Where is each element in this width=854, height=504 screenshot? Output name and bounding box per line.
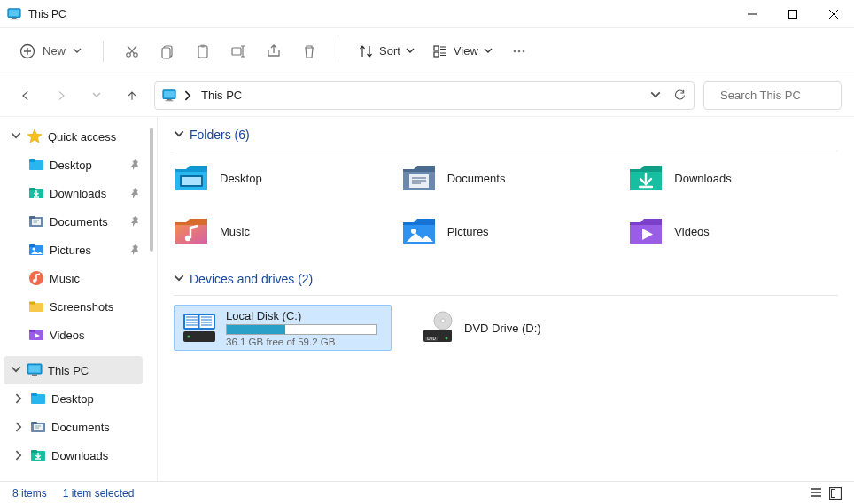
sidebar-this-pc[interactable]: This PC: [4, 356, 143, 384]
documents-icon: [30, 419, 46, 435]
chevron-down-icon[interactable]: [11, 131, 21, 142]
sidebar: Quick access Desktop Downloads Documents…: [0, 117, 158, 481]
folder-label: Pictures: [447, 225, 489, 238]
drive-dvd-d[interactable]: DVD Drive (D:): [413, 305, 631, 351]
sidebar-item-label: Music: [50, 272, 141, 285]
delete-button[interactable]: [293, 35, 325, 67]
status-bar: 8 items 1 item selected: [0, 481, 854, 504]
sidebar-pc-documents[interactable]: Documents: [0, 413, 146, 441]
search-input[interactable]: [720, 89, 854, 102]
status-item-count: 8 items: [12, 487, 47, 500]
sidebar-item-label: Downloads: [51, 449, 141, 462]
pin-icon: [128, 187, 141, 199]
back-button[interactable]: [12, 82, 39, 109]
rename-button[interactable]: [222, 35, 254, 67]
pin-icon: [128, 159, 141, 171]
forward-button[interactable]: [48, 82, 74, 109]
folder-downloads[interactable]: Downloads: [628, 160, 838, 196]
sidebar-pc-desktop[interactable]: Desktop: [0, 384, 146, 413]
chevron-down-icon[interactable]: [11, 365, 21, 376]
plus-circle-icon: [19, 43, 35, 59]
paste-button[interactable]: [187, 35, 219, 67]
toolbar: New Sort View: [0, 28, 854, 74]
dvd-drive-icon: [420, 310, 455, 345]
desktop-folder-icon: [174, 163, 209, 193]
window-title: This PC: [28, 8, 66, 20]
share-button[interactable]: [258, 35, 290, 67]
share-icon: [266, 43, 282, 59]
section-drives-head[interactable]: Devices and drives (2): [174, 268, 838, 291]
drive-usage-bar: [226, 324, 377, 335]
folder-icon: [28, 299, 44, 314]
sort-icon: [358, 43, 374, 59]
videos-folder-icon: [628, 216, 664, 246]
sidebar-item-label: Videos: [50, 329, 141, 342]
sidebar-item-desktop[interactable]: Desktop: [0, 151, 146, 179]
sidebar-item-downloads[interactable]: Downloads: [0, 179, 146, 207]
details-view-icon[interactable]: [810, 487, 822, 500]
chevron-down-icon[interactable]: [650, 90, 661, 101]
chevron-right-icon[interactable]: [14, 422, 25, 432]
sidebar-item-label: Documents: [50, 215, 123, 229]
cut-button[interactable]: [116, 35, 148, 67]
folder-desktop[interactable]: Desktop: [174, 160, 384, 196]
chevron-down-icon[interactable]: [174, 274, 184, 284]
view-icon: [432, 43, 448, 59]
folder-label: Documents: [447, 172, 506, 185]
sidebar-item-screenshots[interactable]: Screenshots: [0, 292, 146, 321]
sidebar-item-documents[interactable]: Documents: [0, 207, 146, 236]
refresh-icon[interactable]: [673, 89, 687, 102]
chevron-right-icon: [183, 90, 194, 101]
section-folders-head[interactable]: Folders (6): [174, 124, 838, 147]
drive-name: Local Disk (C:): [226, 309, 384, 322]
sort-button[interactable]: Sort: [351, 35, 422, 67]
breadcrumb-this-pc[interactable]: This PC: [201, 89, 242, 102]
folder-videos[interactable]: Videos: [628, 213, 838, 249]
copy-button[interactable]: [151, 35, 183, 67]
more-icon: [511, 43, 527, 59]
address-bar[interactable]: This PC: [154, 81, 695, 110]
sidebar-item-music[interactable]: Music: [0, 264, 146, 292]
recent-locations-button[interactable]: [83, 82, 110, 109]
music-folder-icon: [174, 216, 209, 246]
chevron-right-icon[interactable]: [14, 393, 25, 404]
pictures-icon: [28, 242, 44, 258]
videos-icon: [28, 327, 44, 343]
sidebar-pc-downloads[interactable]: Downloads: [0, 441, 146, 469]
folder-pictures[interactable]: Pictures: [401, 213, 611, 249]
pin-icon: [128, 244, 141, 256]
chevron-down-icon[interactable]: [174, 129, 184, 140]
copy-icon: [159, 43, 175, 59]
search-box[interactable]: [703, 81, 842, 110]
maximize-button[interactable]: [772, 0, 813, 28]
sidebar-item-label: Desktop: [50, 159, 123, 172]
cut-icon: [124, 43, 140, 59]
folder-label: Music: [220, 225, 250, 238]
pictures-folder-icon: [401, 216, 437, 246]
drive-local-c[interactable]: Local Disk (C:) 36.1 GB free of 59.2 GB: [174, 305, 392, 351]
minimize-button[interactable]: [732, 0, 772, 28]
downloads-folder-icon: [628, 163, 664, 193]
sort-label: Sort: [379, 44, 400, 58]
folder-documents[interactable]: Documents: [401, 160, 611, 196]
sidebar-item-pictures[interactable]: Pictures: [0, 236, 146, 264]
up-button[interactable]: [119, 82, 145, 109]
sidebar-item-videos[interactable]: Videos: [0, 321, 146, 349]
folder-music[interactable]: Music: [174, 213, 384, 249]
tiles-view-icon[interactable]: [829, 487, 842, 500]
content-area: Folders (6) Desktop Documents Downloads …: [158, 117, 854, 481]
more-button[interactable]: [503, 35, 535, 67]
star-icon: [27, 128, 43, 144]
view-button[interactable]: View: [425, 35, 500, 67]
close-button[interactable]: [813, 0, 854, 28]
sidebar-item-label: Screenshots: [50, 300, 141, 314]
sidebar-quick-access[interactable]: Quick access: [0, 122, 146, 151]
chevron-right-icon[interactable]: [14, 450, 25, 461]
new-button[interactable]: New: [11, 35, 90, 67]
sidebar-scrollbar[interactable]: [146, 117, 157, 481]
local-disk-icon: [182, 310, 217, 345]
sidebar-item-label: Documents: [51, 421, 141, 434]
music-icon: [28, 270, 44, 286]
sidebar-this-pc-label: This PC: [48, 364, 137, 377]
title-bar: This PC: [0, 0, 854, 28]
